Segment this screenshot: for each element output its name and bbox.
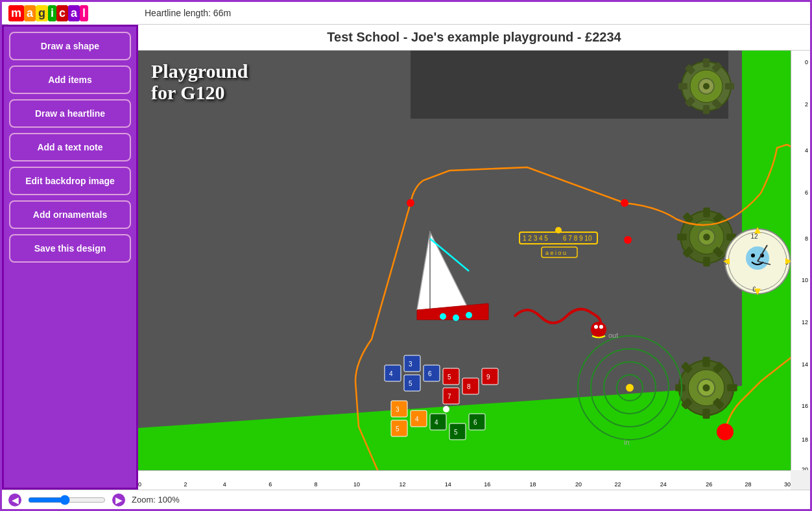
add-text-note-button[interactable]: Add a text note xyxy=(9,133,131,161)
ruler-bottom-20: 20 xyxy=(575,481,582,488)
svg-point-35 xyxy=(702,384,710,391)
playground-canvas[interactable]: Playground for G120 xyxy=(138,51,791,470)
ruler-bottom-4: 4 xyxy=(223,481,226,488)
ruler-bottom-12: 12 xyxy=(399,481,405,488)
add-ornamentals-button[interactable]: Add ornamentals xyxy=(9,200,131,229)
ruler-bottom-8: 8 xyxy=(315,481,318,488)
playground-title: Playground for G120 xyxy=(151,60,248,103)
ruler-bottom-26: 26 xyxy=(706,481,712,488)
svg-rect-3 xyxy=(703,105,710,114)
logo-l: l xyxy=(80,5,88,21)
zoom-label: Zoom: 100% xyxy=(132,495,180,505)
svg-rect-26 xyxy=(702,357,710,367)
ornamental-gear-2 xyxy=(676,206,737,268)
zoom-right-button[interactable]: ▶ xyxy=(112,493,125,506)
ruler-bottom: 0 2 4 6 8 10 12 14 16 18 20 22 24 26 28 … xyxy=(138,470,791,490)
draw-shape-button[interactable]: Draw a shape xyxy=(9,32,131,60)
save-design-button[interactable]: Save this design xyxy=(9,234,131,263)
playground-background: Playground for G120 xyxy=(138,51,791,470)
logo-m: m xyxy=(8,5,24,21)
zoom-left-button[interactable]: ◀ xyxy=(8,493,21,506)
canvas-area: Test School - Joe's example playground -… xyxy=(138,25,810,490)
ruler-bottom-22: 22 xyxy=(614,481,621,488)
ruler-tick-8: 8 xyxy=(805,235,808,242)
ruler-right: 0 2 4 6 8 10 12 14 16 18 20 xyxy=(791,51,810,470)
logo-c: c xyxy=(56,5,68,21)
svg-rect-4 xyxy=(678,83,687,89)
draw-heartline-button[interactable]: Draw a heartline xyxy=(9,99,131,128)
ruler-tick-14: 14 xyxy=(802,361,808,368)
top-bar: m a g i c a l Heartline length: 66m xyxy=(2,2,810,25)
ornamental-gear-3 xyxy=(674,355,739,420)
svg-rect-29 xyxy=(727,384,737,391)
edit-backdrop-button[interactable]: Edit backdrop image xyxy=(9,167,131,195)
ground-green-right xyxy=(742,51,791,470)
ruler-tick-4: 4 xyxy=(805,147,808,154)
ruler-bottom-0: 0 xyxy=(138,481,141,488)
ruler-tick-20: 20 xyxy=(802,466,808,470)
svg-rect-2 xyxy=(703,58,710,67)
logo-i: i xyxy=(48,5,56,21)
heartline-info: Heartline length: 66m xyxy=(145,8,231,18)
ruler-tick-16: 16 xyxy=(802,403,808,409)
svg-rect-17 xyxy=(726,233,736,241)
ruler-tick-18: 18 xyxy=(802,436,808,443)
add-items-button[interactable]: Add items xyxy=(9,65,131,94)
ruler-bottom-2: 2 xyxy=(184,481,187,488)
ruler-bottom-24: 24 xyxy=(660,481,667,488)
svg-rect-28 xyxy=(675,384,686,391)
ruler-bottom-10: 10 xyxy=(353,481,360,488)
app-container: m a g i c a l Heartline length: 66m Draw… xyxy=(0,0,812,511)
bottom-bar: ◀ ▶ Zoom: 100% xyxy=(2,490,810,509)
svg-rect-5 xyxy=(725,83,734,89)
logo-a2: a xyxy=(68,5,80,21)
sidebar: Draw a shape Add items Draw a heartline … xyxy=(2,25,138,490)
ruler-tick-0: 0 xyxy=(805,59,808,65)
logo-a1: a xyxy=(24,5,36,21)
logo: m a g i c a l xyxy=(8,2,138,25)
logo-g: g xyxy=(36,5,48,21)
svg-point-23 xyxy=(703,233,710,241)
svg-rect-14 xyxy=(703,208,710,217)
ruler-bottom-14: 14 xyxy=(445,481,451,488)
svg-rect-27 xyxy=(702,409,710,419)
svg-rect-15 xyxy=(703,257,710,267)
ruler-tick-12: 12 xyxy=(802,319,808,326)
zoom-slider[interactable] xyxy=(28,495,106,505)
ruler-bottom-18: 18 xyxy=(530,481,536,488)
ruler-tick-6: 6 xyxy=(805,189,808,196)
main-area: Draw a shape Add items Draw a heartline … xyxy=(2,25,810,490)
page-title: Test School - Joe's example playground -… xyxy=(138,25,810,51)
ruler-tick-10: 10 xyxy=(802,277,808,283)
ruler-tick-2: 2 xyxy=(805,101,808,108)
svg-rect-16 xyxy=(677,233,687,241)
ruler-bottom-6: 6 xyxy=(269,481,272,488)
ruler-bottom-30: 30 xyxy=(784,481,791,488)
ruler-bottom-16: 16 xyxy=(484,481,490,488)
svg-point-11 xyxy=(703,83,710,89)
ruler-bottom-28: 28 xyxy=(745,481,752,488)
ornamental-gear-1 xyxy=(677,57,735,115)
